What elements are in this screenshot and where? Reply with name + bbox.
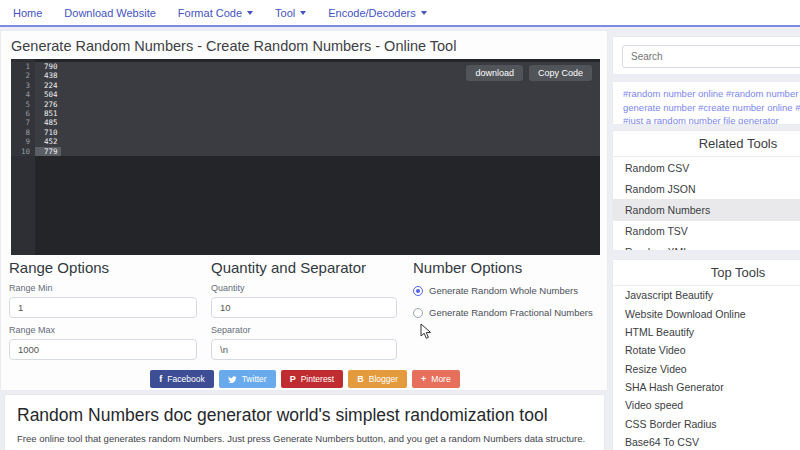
section-heading: Quantity and Separator <box>211 259 397 276</box>
chevron-down-icon <box>421 11 427 15</box>
navbar: Home Download Website Format Code Tool E… <box>0 0 800 27</box>
top-tool-video-speed[interactable]: Video speed <box>613 396 800 414</box>
line-number: 2 <box>11 71 35 80</box>
nav-item-tool[interactable]: Tool <box>275 7 306 19</box>
top-tool-resize-video[interactable]: Resize Video <box>613 360 800 378</box>
line-number: 3 <box>11 81 35 90</box>
nav-label: Download Website <box>64 7 156 19</box>
top-tool-base64-to-csv[interactable]: Base64 To CSV <box>613 433 800 450</box>
hashtags-card: #random number online #random number too… <box>612 81 800 125</box>
quantity-separator-section: Quantity and Separator Quantity Separato… <box>211 259 397 360</box>
about-heading: Random Numbers doc generator world's sim… <box>17 405 604 426</box>
search-card <box>612 36 800 75</box>
line-value: 276 <box>35 100 58 109</box>
range-min-label: Range Min <box>9 283 197 293</box>
top-tools-title: Top Tools <box>613 260 800 286</box>
share-label: Facebook <box>167 374 204 384</box>
nav-item-format-code[interactable]: Format Code <box>178 7 253 19</box>
line-number: 1 <box>11 62 35 71</box>
pinterest-p-icon: P <box>290 375 296 384</box>
line-value: 438 <box>35 71 58 80</box>
share-label: Twitter <box>242 374 267 384</box>
number-options-section: Number Options Generate Random Whole Num… <box>413 259 605 318</box>
line-number: 10 <box>11 147 35 156</box>
share-blogger-button[interactable]: B Blogger <box>348 370 407 388</box>
top-tool-css-border-radius[interactable]: CSS Border Radius <box>613 415 800 433</box>
radio-fractional-numbers[interactable]: Generate Random Fractional Numbers <box>413 307 605 318</box>
line-value: 485 <box>35 118 58 127</box>
line-number: 7 <box>11 118 35 127</box>
editor-line: 6851 <box>11 109 600 118</box>
share-button-row: f Facebook Twitter P Pinterest B Blogger… <box>1 370 609 388</box>
page-title: Generate Random Numbers - Create Random … <box>11 38 456 54</box>
chevron-down-icon <box>247 11 253 15</box>
range-max-label: Range Max <box>9 325 197 335</box>
code-editor[interactable]: 1790 2438 3224 4504 5276 6851 7485 8710 … <box>11 59 600 255</box>
share-pinterest-button[interactable]: P Pinterest <box>281 370 344 388</box>
download-button[interactable]: download <box>466 65 523 81</box>
nav-item-home[interactable]: Home <box>13 7 42 19</box>
mouse-cursor-icon <box>420 323 433 340</box>
hashtag-line[interactable]: #just a random number file generator <box>623 114 800 125</box>
editor-line: 7485 <box>11 118 600 127</box>
about-paragraph-1: Free online tool that generates random N… <box>17 433 604 444</box>
radio-unselected-icon[interactable] <box>413 308 423 318</box>
quantity-label: Quantity <box>211 283 397 293</box>
top-tool-javascript-beautify[interactable]: Javascript Beautify <box>613 286 800 304</box>
radio-selected-icon[interactable] <box>413 286 423 296</box>
separator-input[interactable] <box>211 339 397 360</box>
line-value: 710 <box>35 128 58 137</box>
search-input[interactable] <box>622 45 800 68</box>
chevron-down-icon <box>300 11 306 15</box>
nav-label: Encode/Decoders <box>328 7 415 19</box>
line-value: 452 <box>35 137 58 146</box>
range-max-input[interactable] <box>9 339 197 360</box>
hashtag-line[interactable]: #random number online #random number too… <box>623 87 800 101</box>
editor-line: 8710 <box>11 128 600 137</box>
share-facebook-button[interactable]: f Facebook <box>150 370 213 388</box>
share-label: More <box>431 374 450 384</box>
range-min-input[interactable] <box>9 297 197 318</box>
nav-label: Tool <box>275 7 295 19</box>
top-tool-website-download-online[interactable]: Website Download Online <box>613 304 800 322</box>
editor-line: 3224 <box>11 81 600 90</box>
line-value-highlighted: 779 <box>35 147 61 156</box>
share-more-button[interactable]: + More <box>412 370 460 388</box>
line-number: 4 <box>11 90 35 99</box>
related-tool-random-json[interactable]: Random JSON <box>613 178 800 199</box>
nav-item-encode-decoders[interactable]: Encode/Decoders <box>328 7 426 19</box>
section-heading: Range Options <box>9 259 197 276</box>
related-tool-random-csv[interactable]: Random CSV <box>613 157 800 178</box>
editor-line: 9452 <box>11 137 600 146</box>
main-panel: Generate Random Numbers - Create Random … <box>0 30 608 391</box>
line-number: 9 <box>11 137 35 146</box>
editor-line: 5276 <box>11 100 600 109</box>
copy-code-button[interactable]: Copy Code <box>529 65 592 81</box>
section-heading: Number Options <box>413 259 605 276</box>
related-tool-random-numbers[interactable]: Random Numbers <box>613 199 800 220</box>
top-tool-html-beautify[interactable]: HTML Beautify <box>613 323 800 341</box>
quantity-input[interactable] <box>211 297 397 318</box>
line-value: 851 <box>35 109 58 118</box>
top-tool-rotate-video[interactable]: Rotate Video <box>613 341 800 359</box>
related-tool-random-tsv[interactable]: Random TSV <box>613 221 800 242</box>
nav-label: Home <box>13 7 42 19</box>
range-options-section: Range Options Range Min Range Max <box>9 259 197 360</box>
editor-line: 10779 <box>11 147 600 156</box>
twitter-bird-icon <box>228 375 237 384</box>
hashtag-line[interactable]: generate number #create number online #t… <box>623 101 800 115</box>
top-tool-sha-hash-generator[interactable]: SHA Hash Generator <box>613 378 800 396</box>
radio-whole-numbers[interactable]: Generate Random Whole Numbers <box>413 285 605 296</box>
line-number: 5 <box>11 100 35 109</box>
line-value: 224 <box>35 81 58 90</box>
related-tools-title: Related Tools <box>613 131 800 157</box>
radio-label: Generate Random Whole Numbers <box>429 285 578 296</box>
nav-label: Format Code <box>178 7 242 19</box>
nav-item-download-website[interactable]: Download Website <box>64 7 156 19</box>
share-twitter-button[interactable]: Twitter <box>219 370 276 388</box>
top-tools-card: Top Tools Javascript Beautify Website Do… <box>612 259 800 450</box>
separator-label: Separator <box>211 325 397 335</box>
line-number: 8 <box>11 128 35 137</box>
related-tool-random-xml[interactable]: Random XML <box>613 242 800 251</box>
line-value: 504 <box>35 90 58 99</box>
